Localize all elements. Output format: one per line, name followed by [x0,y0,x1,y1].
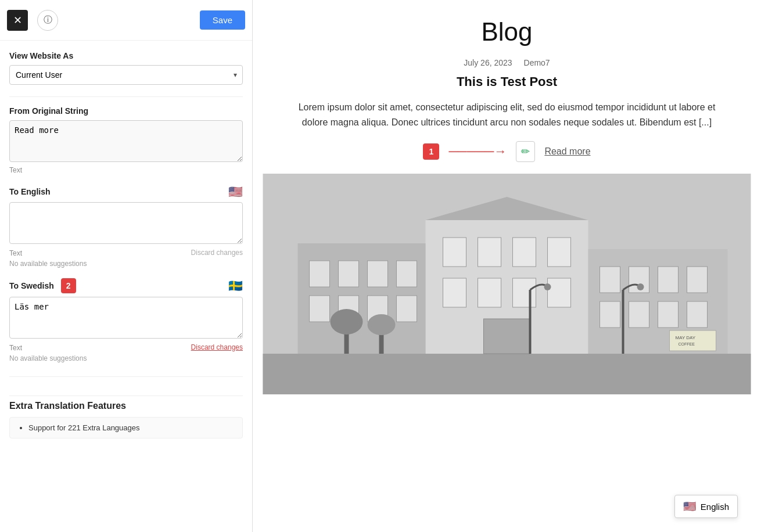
header-left-buttons: ✕ ⓘ [7,10,58,31]
svg-rect-10 [443,278,466,307]
save-button[interactable]: Save [200,10,245,30]
view-website-label: View Website As [9,51,243,60]
right-panel: Blog July 26, 2023 Demo7 This is Test Po… [253,0,761,532]
blog-author: Demo7 [524,58,550,67]
edit-icon: ✏ [521,145,530,158]
badge-2: 2 [61,278,76,293]
to-swedish-textarea[interactable]: Läs mer [9,297,243,339]
svg-rect-16 [339,261,359,287]
view-website-select[interactable]: Current User [9,65,243,85]
panel-header: ✕ ⓘ Save [0,0,252,41]
svg-rect-23 [600,267,620,293]
blog-image: MAY DAY COFFEE [253,174,761,394]
svg-rect-6 [443,238,466,267]
from-original-label: From Original String [9,106,243,116]
svg-rect-25 [658,267,679,293]
svg-rect-1 [263,354,751,394]
to-swedish-suggestions: No available suggestions [9,354,243,362]
svg-point-38 [368,314,396,335]
close-button[interactable]: ✕ [7,10,28,31]
view-website-select-wrapper: Current User ▾ [9,65,243,85]
svg-rect-29 [658,301,679,328]
divider-1 [9,96,243,97]
to-english-header: To English 🇺🇸 [9,185,243,199]
svg-rect-22 [397,296,417,322]
svg-rect-26 [687,267,708,293]
to-swedish-block: To Swedish 2 🇸🇪 Läs mer Text Discard cha… [9,278,243,362]
to-english-block: To English 🇺🇸 Text Discard changes No av… [9,185,243,268]
edit-button-wrapper[interactable]: ✏ [516,141,535,162]
svg-rect-9 [548,238,571,267]
to-english-textarea[interactable] [9,202,243,244]
svg-rect-12 [513,278,536,307]
svg-point-34 [637,283,644,290]
to-english-discard[interactable]: Discard changes [191,249,243,257]
svg-rect-27 [600,301,620,328]
to-swedish-type: Text [9,344,22,352]
info-button[interactable]: ⓘ [37,10,58,31]
to-english-label: To English [9,187,51,196]
svg-rect-30 [687,301,708,328]
svg-rect-19 [310,296,330,322]
swedish-flag-icon: 🇸🇪 [228,279,243,293]
badge-1: 1 [423,143,439,160]
from-original-textarea: Read more [9,120,243,162]
blog-meta: July 26, 2023 Demo7 [253,58,761,67]
svg-text:MAY DAY: MAY DAY [676,335,696,340]
left-panel: ✕ ⓘ Save View Website As Current User ▾ … [0,0,253,532]
to-swedish-discard[interactable]: Discard changes [191,343,243,351]
english-flag-icon: 🇺🇸 [228,185,243,199]
extra-features-label: Extra Translation Features [9,396,243,411]
blog-excerpt: Lorem ipsum dolor sit amet, consectetur … [298,100,716,130]
from-original-type: Text [9,166,243,174]
svg-text:COFFEE: COFFEE [679,342,695,346]
feature-1: Support for 221 Extra Languages [28,423,234,432]
svg-rect-39 [670,330,716,351]
to-swedish-header: To Swedish 2 🇸🇪 [9,278,243,293]
to-swedish-footer: Text Discard changes [9,342,243,352]
svg-point-36 [331,309,363,335]
arrow-icon: ─────→ [448,144,507,159]
blog-date: July 26, 2023 [464,58,512,67]
features-box: Support for 221 Extra Languages [9,417,243,438]
blog-title: Blog [253,0,761,58]
svg-rect-14 [484,319,530,354]
language-button[interactable]: 🇺🇸 English [674,495,738,518]
panel-body: View Website As Current User ▾ From Orig… [0,41,252,532]
svg-rect-15 [310,261,330,287]
svg-rect-17 [368,261,388,287]
from-original-block: From Original String Read more Text [9,106,243,174]
svg-point-32 [544,283,551,290]
svg-rect-7 [478,238,501,267]
language-label: English [701,502,729,512]
to-english-type: Text [9,249,22,257]
read-more-link[interactable]: Read more [544,146,590,157]
svg-rect-18 [397,261,417,287]
to-english-footer: Text Discard changes [9,247,243,257]
svg-rect-28 [629,301,649,328]
svg-rect-8 [513,238,536,267]
svg-rect-11 [478,278,501,307]
us-flag-icon: 🇺🇸 [683,500,696,513]
svg-rect-37 [379,333,384,354]
to-english-suggestions: No available suggestions [9,260,243,268]
read-more-container: 1 ─────→ ✏ Read more [253,141,761,162]
to-swedish-label: To Swedish 2 [9,278,76,293]
blog-post-title: This is Test Post [253,74,761,89]
extra-features-section: Extra Translation Features Support for 2… [9,376,243,438]
svg-rect-13 [548,278,571,307]
